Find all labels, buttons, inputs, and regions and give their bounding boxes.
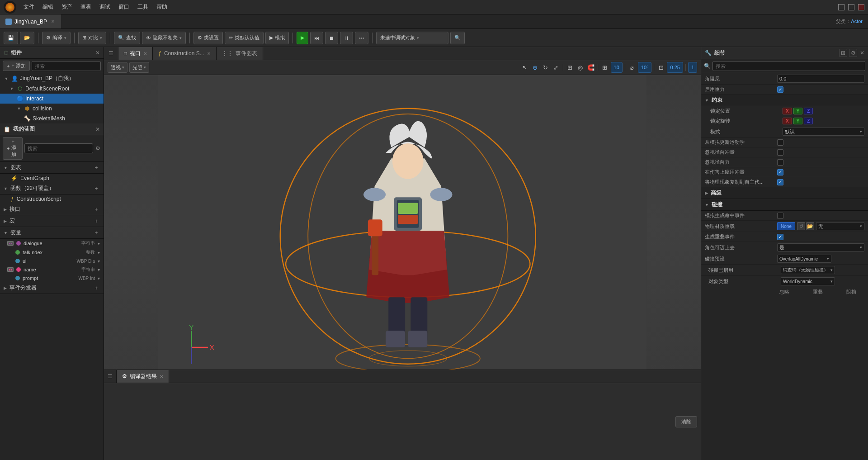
view-mode-value[interactable]: 1 [688,62,697,73]
open-button[interactable]: 📂 [20,32,34,44]
tree-item-skeletal-mesh[interactable]: 🦴 SkeletalMesh [0,114,104,123]
translate-tool-icon[interactable]: ⊕ [531,63,540,72]
components-add-button[interactable]: + + 添加 [3,61,30,71]
compiler-tab-close[interactable]: ✕ [160,374,163,379]
tree-item-interact[interactable]: 🔵 Interact [0,94,104,104]
event-graph-tab[interactable]: ⋮⋮ 事件图表 [217,47,263,60]
constraints-section[interactable]: ▼ 约束 [701,95,868,106]
components-search-input[interactable] [32,61,101,71]
scale-snap-value[interactable]: 0.25 [667,62,683,73]
event-dispatchers-header[interactable]: ▶ 事件分发器 + [0,282,104,294]
tree-item-collision[interactable]: ▼ ⬢ collision [0,104,104,114]
compiler-output-tab[interactable]: ⚙ 编译器结果 ✕ [117,370,169,383]
var-ui[interactable]: ui WBP Dia ▾ [0,257,104,265]
apply-impulse-checkbox[interactable] [777,169,783,175]
functions-add-btn[interactable]: + [93,185,100,192]
variables-add-btn[interactable]: + [93,229,100,237]
generate-overlap-checkbox[interactable] [777,234,783,240]
angle-icon[interactable]: ⌀ [627,63,637,72]
debug-options-button[interactable]: 🔍 [450,32,465,44]
simulate-button[interactable]: ▶ 模拟 [265,32,289,44]
var-name-item[interactable]: name 字符串 ▾ [0,265,104,274]
close-btn[interactable] [858,4,864,10]
tree-item-default-scene-root[interactable]: ▼ ⬡ DefaultSceneRoot [0,84,104,94]
advanced-section[interactable]: ▶ 高级 [701,187,868,199]
construction-tab-close[interactable]: ✕ [207,51,211,56]
functions-section-header[interactable]: ▼ 函数（22可覆盖） + [0,183,104,194]
maximize-btn[interactable] [848,4,854,10]
simulate-physics-checkbox[interactable] [777,139,783,146]
viewport-tab[interactable]: □ 视口 ✕ [118,47,153,60]
simulate-collision-checkbox[interactable] [777,213,783,219]
diff-button[interactable]: ⊞ 对比 ▾ [78,32,106,44]
snap-icon[interactable]: 🧲 [586,63,595,72]
camera-icon[interactable]: ◎ [576,63,585,72]
graphs-add-btn[interactable]: + [93,164,100,171]
construction-script-tab[interactable]: ƒ Construction S... ✕ [153,47,216,60]
var-talkindex[interactable]: talkIndex 整数 ▾ [0,248,104,257]
event-graph-item[interactable]: ⚡ EventGraph [0,174,104,183]
gravity-checkbox[interactable] [777,86,783,93]
menu-assets[interactable]: 资产 [58,2,76,12]
lock-pos-y-btn[interactable]: Y [793,108,803,114]
components-close-btn[interactable]: ✕ [95,50,100,56]
compiler-menu-btn[interactable]: ☰ [104,370,117,383]
physics-material-reset-btn[interactable]: ↺ [797,222,805,230]
class-defaults-button[interactable]: ✏ 类默认认值 [225,32,264,44]
perspective-btn[interactable]: 透视 ▾ [108,62,127,73]
class-settings-button[interactable]: ⚙ 类设置 [193,32,223,44]
object-type-dropdown[interactable]: WorldDynamic ▾ [781,277,835,285]
hide-unrelated-button[interactable]: 👁 隐藏不相关 ▾ [142,32,186,44]
details-settings-btn[interactable]: ⚙ [849,49,857,57]
rotation-snap-value[interactable]: 10° [638,62,652,73]
menu-view[interactable]: 查看 [77,2,95,12]
viewport-menu-btn[interactable]: ☰ [104,47,118,60]
none-dropdown[interactable]: 无 ▾ [816,222,864,230]
pause-button[interactable]: ⏸ [340,32,353,44]
blueprint-tab-close[interactable]: ✕ [50,19,56,25]
menu-tools[interactable]: 工具 [134,2,152,12]
menu-help[interactable]: 帮助 [153,2,171,12]
physics-material-preview[interactable]: None [777,222,795,230]
physics-material-browse-btn[interactable]: 📂 [806,222,814,230]
lock-rot-x-btn[interactable]: X [783,118,792,124]
ignore-radial-force-checkbox[interactable] [777,159,783,166]
collision-preset-dropdown[interactable]: OverlapAllDynamic ▾ [777,255,831,263]
clear-button[interactable]: 清除 [675,416,697,427]
var-prompt[interactable]: prompt WBP Int ▾ [0,274,104,282]
replicate-physics-checkbox[interactable] [777,179,783,185]
scale-tool-icon[interactable]: ⤢ [552,63,561,72]
blueprint-tab[interactable]: JingYuan_BP ✕ [0,14,62,28]
grid-icon[interactable]: ⊞ [600,63,609,72]
debug-target-dropdown[interactable]: 未选中调试对象 ▾ [376,32,448,44]
menu-file[interactable]: 文件 [20,2,38,12]
lock-pos-x-btn[interactable]: X [783,108,792,114]
details-layout-btn[interactable]: ⊞ [839,49,847,57]
construction-script-item[interactable]: ƒ ConstructionScript [0,194,104,204]
angular-damping-input[interactable] [777,75,864,83]
menu-debug[interactable]: 调试 [96,2,114,12]
grid-snap-value[interactable]: 10 [611,62,623,73]
find-button[interactable]: 🔍 查找 [114,32,140,44]
step-button[interactable]: ⏭ [310,32,323,44]
more-play-options-button[interactable]: ••• [355,32,368,44]
collision-section[interactable]: ▼ 碰撞 [701,199,868,211]
menu-edit[interactable]: 编辑 [39,2,57,12]
rotate-tool-icon[interactable]: ↻ [541,63,550,72]
menu-window[interactable]: 窗口 [115,2,133,12]
interfaces-add-btn[interactable]: + [93,206,100,213]
macros-section-header[interactable]: ▶ 宏 + [0,215,104,227]
mode-dropdown[interactable]: 默认 ▾ [783,128,864,136]
lit-btn[interactable]: 光照 ▾ [129,62,149,73]
collision-enabled-dropdown[interactable]: 纯查询（无物理碰撞） ▾ [781,266,835,274]
viewport-tab-close[interactable]: ✕ [143,51,147,56]
bp-settings-button[interactable]: ⚙ [95,144,101,153]
3d-viewport[interactable]: X Y [104,75,701,370]
stop-button[interactable]: ⏹ [325,32,338,44]
details-search-input[interactable] [712,61,865,71]
save-button[interactable]: 💾 [4,32,18,44]
my-blueprints-close-btn[interactable]: ✕ [95,126,100,133]
macros-add-btn[interactable]: + [93,218,100,225]
minimize-btn[interactable] [838,4,844,10]
compile-button[interactable]: ⚙ 编译 ▾ [42,32,71,44]
